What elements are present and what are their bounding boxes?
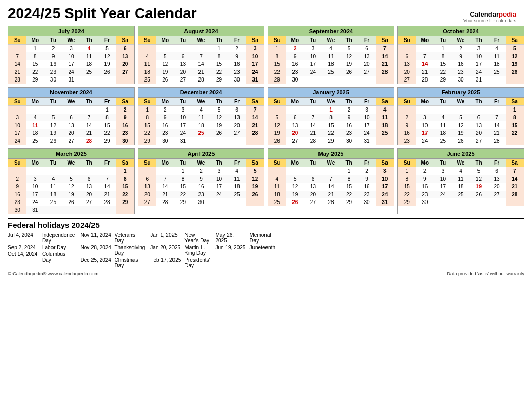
cal-day: 22	[138, 129, 156, 137]
cal-day: 13	[116, 52, 134, 60]
cal-table: SuMoTuWeThFrSa12345678910111213141516171…	[8, 159, 134, 214]
cal-day: 14	[376, 52, 394, 60]
cal-day: 14	[506, 175, 524, 183]
cal-day: 26	[470, 191, 488, 198]
cal-day	[434, 198, 452, 206]
cal-table: SuMoTuWeThFrSa12345678910111213141516171…	[8, 98, 134, 145]
cal-day: 6	[286, 114, 304, 121]
cal-day	[304, 76, 322, 84]
cal-day: 18	[322, 60, 340, 68]
cal-day: 12	[470, 175, 488, 183]
cal-day	[246, 137, 264, 145]
cal-day: 23	[192, 191, 210, 198]
cal-day: 20	[80, 191, 98, 198]
cal-day: 8	[98, 114, 116, 121]
cal-day: 23	[44, 68, 62, 76]
cal-day: 5	[62, 175, 81, 183]
month-january-2025: January 2025SuMoTuWeThFrSa12345678910111…	[268, 87, 394, 145]
cal-day: 7	[246, 106, 264, 114]
cal-day	[304, 167, 322, 175]
cal-day	[8, 45, 26, 53]
cal-day: 21	[416, 68, 434, 76]
cal-day: 18	[26, 129, 45, 137]
cal-day	[228, 137, 246, 145]
cal-day	[44, 206, 62, 214]
disclaimer: Data provided 'as is' without warranty	[447, 271, 524, 276]
cal-day: 9	[358, 175, 376, 183]
holiday-name: Thanksgiving Day	[114, 245, 145, 256]
cal-day: 26	[246, 191, 264, 198]
cal-day: 5	[470, 167, 488, 175]
cal-day	[322, 167, 340, 175]
cal-day: 21	[8, 68, 26, 76]
cal-day: 9	[228, 52, 246, 60]
cal-day: 6	[174, 52, 192, 60]
holiday-item: Jun 19, 2025Juneteenth	[215, 244, 275, 251]
cal-table: SuMoTuWeThFrSa12345678910111213141516171…	[398, 159, 524, 206]
cal-day: 6	[228, 106, 246, 114]
cal-day	[80, 76, 98, 84]
cal-day: 23	[398, 137, 416, 145]
cal-day: 27	[286, 137, 304, 145]
cal-day: 1	[434, 45, 452, 53]
cal-day: 17	[358, 121, 376, 129]
holiday-name: Memorial Day	[249, 232, 275, 244]
cal-day: 28	[304, 137, 322, 145]
cal-day: 9	[416, 175, 434, 183]
cal-day: 8	[434, 52, 452, 60]
cal-day: 25	[26, 137, 45, 145]
cal-day: 5	[98, 45, 116, 53]
cal-day: 11	[322, 52, 340, 60]
cal-day: 18	[452, 183, 470, 191]
cal-day: 15	[210, 60, 228, 68]
cal-day: 18	[488, 60, 506, 68]
cal-day: 1	[26, 45, 45, 53]
cal-day: 7	[192, 52, 210, 60]
cal-day: 16	[416, 183, 434, 191]
cal-day: 24	[358, 129, 376, 137]
cal-day	[340, 76, 358, 84]
cal-day	[416, 45, 434, 53]
cal-day: 14	[416, 60, 434, 68]
cal-day: 14	[488, 121, 506, 129]
cal-day: 25	[268, 198, 286, 206]
cal-day: 10	[470, 52, 488, 60]
cal-day: 3	[304, 45, 322, 53]
holiday-date: Jun 19, 2025	[215, 245, 246, 250]
cal-day: 21	[98, 191, 116, 198]
cal-day: 14	[98, 183, 116, 191]
cal-day: 17	[26, 191, 45, 198]
holiday-item: Dec 25, 2024Christmas Day	[80, 256, 145, 269]
cal-day: 4	[26, 114, 45, 121]
cal-day: 28	[156, 198, 175, 206]
cal-day: 26	[286, 198, 304, 206]
cal-day: 1	[506, 106, 524, 114]
cal-day: 20	[398, 68, 416, 76]
month-title: December 2024	[138, 88, 264, 98]
cal-day: 5	[44, 114, 62, 121]
cal-day: 30	[116, 137, 134, 145]
cal-day: 7	[376, 45, 394, 53]
cal-day: 23	[156, 129, 175, 137]
cal-table: SuMoTuWeThFrSa12345678910111213141516171…	[138, 36, 264, 84]
cal-day: 23	[286, 68, 304, 76]
cal-day: 1	[174, 167, 192, 175]
cal-day: 30	[340, 137, 358, 145]
cal-day: 17	[304, 60, 322, 68]
cal-day: 24	[304, 68, 322, 76]
cal-day	[80, 206, 98, 214]
cal-day: 16	[286, 60, 304, 68]
cal-day: 9	[340, 114, 358, 121]
cal-day: 28	[192, 76, 210, 84]
cal-day: 6	[62, 114, 81, 121]
cal-day: 7	[304, 114, 322, 121]
cal-day	[138, 167, 156, 175]
cal-day: 12	[268, 121, 286, 129]
cal-day: 28	[488, 137, 506, 145]
month-title: February 2025	[398, 88, 524, 98]
cal-day: 16	[8, 191, 26, 198]
cal-day	[268, 106, 286, 114]
cal-day: 8	[268, 52, 286, 60]
cal-day: 23	[116, 129, 134, 137]
cal-day: 24	[8, 137, 26, 145]
